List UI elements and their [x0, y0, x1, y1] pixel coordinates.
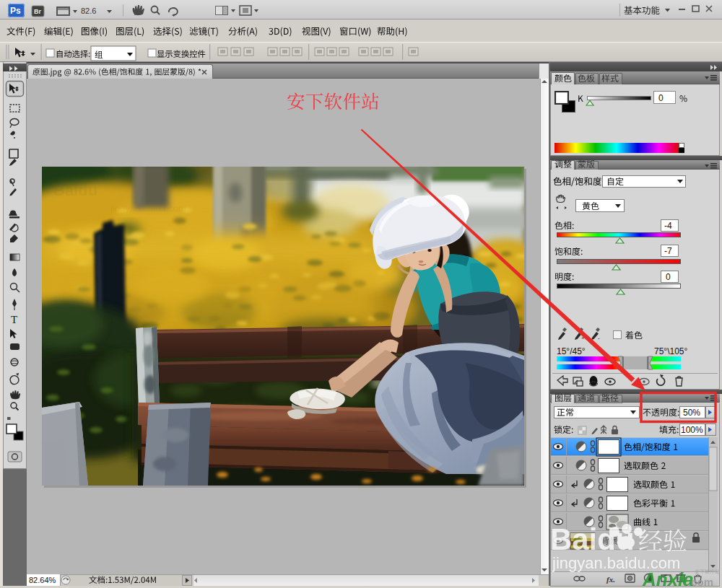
svg-text:15°/45°: 15°/45° — [557, 346, 586, 356]
svg-text:.com: .com — [688, 576, 713, 588]
svg-text:75°\105°: 75°\105° — [654, 346, 688, 356]
svg-text:100%: 100% — [681, 425, 703, 435]
svg-text:0: 0 — [658, 93, 664, 103]
svg-text:50%: 50% — [683, 408, 700, 418]
svg-text:-: - — [598, 335, 600, 341]
svg-text:Ps: Ps — [10, 6, 21, 16]
svg-text:T: T — [11, 314, 17, 325]
svg-text:82.6: 82.6 — [81, 6, 96, 15]
svg-text:-4: -4 — [664, 221, 672, 231]
svg-text:fx.: fx. — [606, 575, 615, 584]
svg-text:-7: -7 — [664, 246, 672, 256]
svg-text:0: 0 — [666, 272, 671, 282]
svg-text:Br: Br — [34, 8, 41, 15]
svg-text:82.64%: 82.64% — [29, 576, 56, 584]
